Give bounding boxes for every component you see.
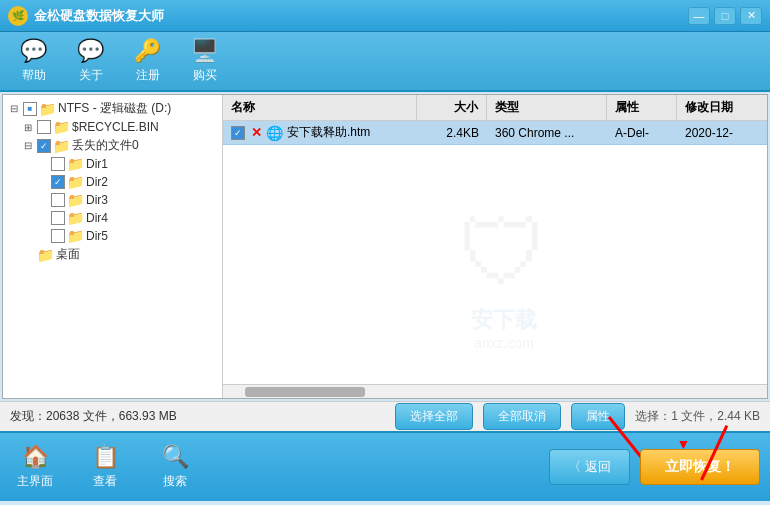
tree-item-recycle[interactable]: ⊞ 📁 $RECYCLE.BIN — [21, 118, 218, 136]
bottom-nav: 🏠 主界面 📋 查看 🔍 搜索 — [10, 444, 200, 490]
tree-item-dir4[interactable]: 📁 Dir4 — [35, 209, 218, 227]
expander-dir4 — [35, 213, 49, 224]
window-controls: — □ ✕ — [688, 7, 762, 25]
home-label: 主界面 — [17, 473, 53, 490]
scroll-thumb[interactable] — [245, 387, 365, 397]
checkbox-dir1[interactable] — [51, 157, 65, 171]
folder-icon-dir3: 📁 — [67, 192, 84, 208]
expander-recycle[interactable]: ⊞ — [21, 122, 35, 133]
deselect-all-button[interactable]: 全部取消 — [483, 403, 561, 430]
folder-icon-dir2: 📁 — [67, 174, 84, 190]
checkbox-lost[interactable] — [37, 139, 51, 153]
label-dir1: Dir1 — [86, 157, 108, 171]
file-name-cell: ✕ 🌐 安下载释助.htm — [223, 121, 417, 144]
maximize-button[interactable]: □ — [714, 7, 736, 25]
nav-search[interactable]: 🔍 搜索 — [150, 444, 200, 490]
file-date-cell: 2020-12- — [677, 123, 767, 143]
recover-button[interactable]: 立即恢复！ — [640, 449, 760, 485]
expander-dir5 — [35, 231, 49, 242]
register-label: 注册 — [136, 67, 160, 84]
nav-home[interactable]: 🏠 主界面 — [10, 444, 60, 490]
bottom-actions: 〈 返回 立即恢复！ — [539, 449, 760, 485]
help-button[interactable]: 💬 帮助 — [20, 38, 47, 84]
file-doc-icon: 🌐 — [266, 125, 283, 141]
status-bar: 发现：20638 文件，663.93 MB 选择全部 全部取消 属性 选择：1 … — [0, 401, 770, 431]
help-icon: 💬 — [20, 38, 47, 64]
tree-item-dir1[interactable]: 📁 Dir1 — [35, 155, 218, 173]
toolbar: 💬 帮助 💬 关于 🔑 注册 🖥️ 购买 — [0, 32, 770, 92]
checkbox-dir2[interactable] — [51, 175, 65, 189]
search-label: 搜索 — [163, 473, 187, 490]
watermark-text: 安下载 — [459, 305, 549, 335]
tree-panel[interactable]: ⊟ 📁 NTFS - 逻辑磁盘 (D:) ⊞ 📁 $RECYCLE.BIN ⊟ … — [3, 95, 223, 398]
checkbox-recycle[interactable] — [37, 120, 51, 134]
view-icon: 📋 — [92, 444, 119, 470]
select-all-button[interactable]: 选择全部 — [395, 403, 473, 430]
file-size-cell: 2.4KB — [417, 123, 487, 143]
status-found-text: 发现：20638 文件，663.93 MB — [10, 408, 385, 425]
checkbox-dir4[interactable] — [51, 211, 65, 225]
folder-icon-dir4: 📁 — [67, 210, 84, 226]
title-bar: 🌿 金松硬盘数据恢复大师 — □ ✕ — [0, 0, 770, 32]
col-header-name: 名称 — [223, 95, 417, 120]
expander-lost[interactable]: ⊟ — [21, 140, 35, 151]
about-button[interactable]: 💬 关于 — [77, 38, 104, 84]
close-button[interactable]: ✕ — [740, 7, 762, 25]
view-label: 查看 — [93, 473, 117, 490]
folder-icon-recycle: 📁 — [53, 119, 70, 135]
file-checkbox[interactable] — [231, 126, 245, 140]
file-type-cell: 360 Chrome ... — [487, 123, 607, 143]
file-name: 安下载释助.htm — [287, 124, 370, 141]
register-icon: 🔑 — [134, 38, 161, 64]
tree-indent-1: ⊞ 📁 $RECYCLE.BIN ⊟ 📁 丢失的文件0 📁 Dir1 — [7, 118, 218, 264]
tree-item-dir3[interactable]: 📁 Dir3 — [35, 191, 218, 209]
buy-button[interactable]: 🖥️ 购买 — [191, 38, 218, 84]
table-row[interactable]: ✕ 🌐 安下载释助.htm 2.4KB 360 Chrome ... A-Del… — [223, 121, 767, 145]
col-header-date: 修改日期 — [677, 95, 767, 120]
about-label: 关于 — [79, 67, 103, 84]
tree-root-label: NTFS - 逻辑磁盘 (D:) — [58, 100, 171, 117]
help-label: 帮助 — [22, 67, 46, 84]
checkbox-root[interactable] — [23, 102, 37, 116]
tree-item-desktop[interactable]: 📁 桌面 — [21, 245, 218, 264]
app-title: 金松硬盘数据恢复大师 — [34, 7, 682, 25]
checkbox-dir3[interactable] — [51, 193, 65, 207]
deleted-x-icon: ✕ — [251, 125, 262, 140]
expander-root[interactable]: ⊟ — [7, 103, 21, 114]
app-icon: 🌿 — [8, 6, 28, 26]
watermark-url: anxz.com — [459, 335, 549, 351]
back-button[interactable]: 〈 返回 — [549, 449, 630, 485]
select-info-text: 选择：1 文件，2.44 KB — [635, 408, 760, 425]
bottom-bar: 🏠 主界面 📋 查看 🔍 搜索 〈 返回 立即恢复！ — [0, 431, 770, 501]
file-table-header: 名称 大小 类型 属性 修改日期 — [223, 95, 767, 121]
tree-root[interactable]: ⊟ 📁 NTFS - 逻辑磁盘 (D:) — [7, 99, 218, 118]
nav-view[interactable]: 📋 查看 — [80, 444, 130, 490]
tree-indent-2: 📁 Dir1 📁 Dir2 📁 Dir3 — [21, 155, 218, 245]
tree-item-dir5[interactable]: 📁 Dir5 — [35, 227, 218, 245]
expander-dir3 — [35, 195, 49, 206]
folder-icon-root: 📁 — [39, 101, 56, 117]
checkbox-dir5[interactable] — [51, 229, 65, 243]
folder-icon-desktop: 📁 — [37, 247, 54, 263]
tree-item-lost[interactable]: ⊟ 📁 丢失的文件0 — [21, 136, 218, 155]
label-desktop: 桌面 — [56, 246, 80, 263]
folder-icon-dir1: 📁 — [67, 156, 84, 172]
file-panel: 名称 大小 类型 属性 修改日期 ✕ 🌐 安下载释助.htm 2.4KB 360… — [223, 95, 767, 398]
home-icon: 🏠 — [22, 444, 49, 470]
properties-button[interactable]: 属性 — [571, 403, 625, 430]
tree-item-dir2[interactable]: 📁 Dir2 — [35, 173, 218, 191]
buy-icon: 🖥️ — [191, 38, 218, 64]
expander-desktop — [21, 249, 35, 260]
buy-label: 购买 — [193, 67, 217, 84]
folder-icon-lost: 📁 — [53, 138, 70, 154]
watermark: 🛡 安下载 anxz.com — [459, 202, 549, 351]
col-header-size: 大小 — [417, 95, 487, 120]
register-button[interactable]: 🔑 注册 — [134, 38, 161, 84]
label-lost: 丢失的文件0 — [72, 137, 139, 154]
horizontal-scrollbar[interactable] — [223, 384, 767, 398]
folder-icon-dir5: 📁 — [67, 228, 84, 244]
minimize-button[interactable]: — — [688, 7, 710, 25]
col-header-type: 类型 — [487, 95, 607, 120]
label-recycle: $RECYCLE.BIN — [72, 120, 159, 134]
label-dir4: Dir4 — [86, 211, 108, 225]
